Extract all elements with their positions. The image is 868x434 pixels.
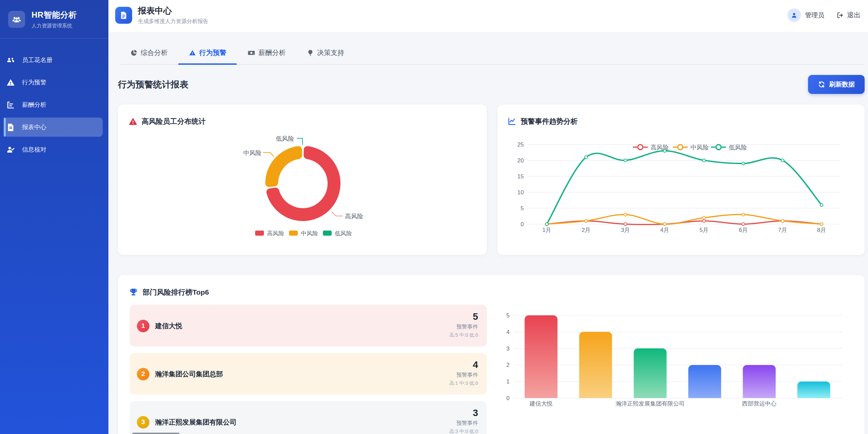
- svg-text:0: 0: [507, 395, 510, 401]
- svg-text:20: 20: [517, 157, 524, 164]
- svg-text:中风险: 中风险: [243, 150, 262, 156]
- svg-text:瀚洋正熙发展集团有限公司: 瀚洋正熙发展集团有限公司: [616, 400, 685, 407]
- svg-text:5月: 5月: [700, 227, 708, 233]
- svg-text:2月: 2月: [582, 227, 591, 233]
- svg-text:高风险: 高风险: [345, 213, 363, 220]
- svg-text:建信大悦: 建信大悦: [529, 400, 553, 407]
- svg-text:8月: 8月: [817, 227, 826, 233]
- svg-text:低风险: 低风险: [729, 144, 747, 151]
- svg-text:中风险: 中风险: [301, 230, 318, 237]
- svg-text:中风险: 中风险: [690, 144, 709, 151]
- svg-text:0: 0: [521, 221, 524, 228]
- svg-text:3月: 3月: [621, 227, 630, 233]
- svg-text:1月: 1月: [542, 227, 551, 233]
- svg-text:6月: 6月: [739, 227, 748, 233]
- svg-text:25: 25: [517, 141, 524, 148]
- svg-text:低风险: 低风险: [276, 135, 294, 142]
- svg-text:高风险: 高风险: [267, 230, 284, 237]
- svg-text:低风险: 低风险: [335, 230, 352, 237]
- svg-text:5: 5: [507, 312, 510, 319]
- svg-text:4月: 4月: [660, 227, 669, 233]
- svg-text:15: 15: [517, 173, 524, 180]
- svg-text:1: 1: [507, 378, 510, 385]
- svg-text:西部营运中心: 西部营运中心: [742, 400, 777, 407]
- svg-text:5: 5: [521, 205, 524, 212]
- svg-text:7月: 7月: [778, 227, 787, 233]
- svg-text:2: 2: [507, 362, 510, 368]
- svg-text:3: 3: [507, 346, 510, 352]
- svg-text:4: 4: [507, 329, 510, 335]
- svg-text:10: 10: [517, 189, 524, 196]
